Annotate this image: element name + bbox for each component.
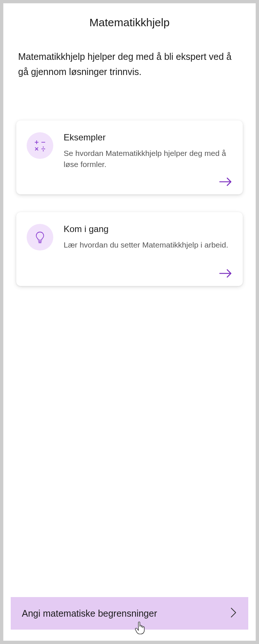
math-operators-icon [27,132,53,159]
arrow-right-icon [219,268,232,280]
bottom-bar-label: Angi matematiske begrensninger [22,608,157,619]
lightbulb-icon [27,224,53,251]
description-section: Matematikkhjelp hjelper deg med å bli ek… [3,29,256,80]
arrow-right-icon [219,177,232,188]
card-content: Eksempler Se hvordan Matematikkhjelp hje… [27,131,232,170]
card-content: Kom i gang Lær hvordan du setter Matemat… [27,222,232,251]
description-text: Matematikkhjelp hjelper deg med å bli ek… [18,49,241,80]
get-started-card[interactable]: Kom i gang Lær hvordan du setter Matemat… [16,212,243,286]
examples-card[interactable]: Eksempler Se hvordan Matematikkhjelp hje… [16,120,243,194]
svg-point-5 [43,146,44,147]
svg-point-7 [43,150,44,151]
page-title: Matematikkhjelp [11,16,248,29]
card-title: Eksempler [64,132,232,143]
card-subtitle: Se hvordan Matematikkhjelp hjelper deg m… [64,148,232,170]
card-text: Kom i gang Lær hvordan du setter Matemat… [64,222,232,251]
card-subtitle: Lær hvordan du setter Matematikkhjelp i … [64,239,232,251]
panel-header: Matematikkhjelp [3,3,256,29]
card-title: Kom i gang [64,224,232,234]
cursor-hand-icon [135,621,145,635]
cards-container: Eksempler Se hvordan Matematikkhjelp hje… [3,80,256,286]
card-text: Eksempler Se hvordan Matematikkhjelp hje… [64,131,232,170]
set-math-constraints-button[interactable]: Angi matematiske begrensninger [11,597,248,630]
math-help-panel: Matematikkhjelp Matematikkhjelp hjelper … [3,3,256,641]
chevron-right-icon [230,607,237,620]
